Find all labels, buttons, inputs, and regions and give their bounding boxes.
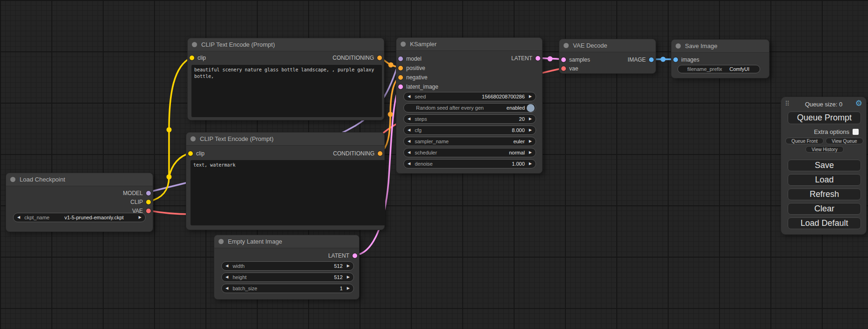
node-titlebar[interactable]: Save Image — [671, 40, 769, 53]
reroute-dot[interactable] — [167, 175, 172, 180]
port-label: positive — [406, 65, 425, 71]
port-label: clip — [196, 150, 205, 157]
width-widget[interactable]: ◀ width 512 ▶ — [221, 261, 354, 271]
toggle-circle-icon[interactable] — [527, 104, 535, 112]
right-arrow-icon[interactable]: ▶ — [529, 128, 532, 132]
right-arrow-icon[interactable]: ▶ — [529, 95, 532, 98]
port-dot-conditioning[interactable] — [398, 75, 403, 80]
queue-front-button[interactable]: Queue Front — [785, 138, 824, 144]
port-dot-model[interactable] — [398, 56, 403, 61]
denoise-widget[interactable]: ◀ denoise 1.000 ▶ — [403, 159, 536, 168]
collapse-dot-icon[interactable] — [219, 239, 224, 244]
port-dot-latent[interactable] — [353, 253, 357, 258]
prompt-textarea[interactable]: beautiful scenery nature glass bottle la… — [191, 65, 382, 117]
left-arrow-icon[interactable]: ◀ — [226, 287, 228, 290]
port-dot-vae[interactable] — [146, 209, 151, 213]
left-arrow-icon[interactable]: ◀ — [408, 140, 410, 143]
port-dot-clip[interactable] — [190, 56, 194, 60]
refresh-button[interactable]: Refresh — [788, 189, 861, 200]
cfg-widget[interactable]: ◀ cfg 8.000 ▶ — [403, 126, 536, 135]
collapse-dot-icon[interactable] — [676, 43, 681, 49]
reroute-dot[interactable] — [548, 56, 553, 62]
node-ksampler[interactable]: KSampler model positive negative latent_… — [396, 37, 543, 174]
node-titlebar[interactable]: CLIP Text Encode (Prompt) — [188, 38, 384, 51]
right-arrow-icon[interactable]: ▶ — [347, 264, 350, 268]
collapse-dot-icon[interactable] — [191, 136, 196, 141]
reroute-dot[interactable] — [661, 57, 666, 62]
view-history-button[interactable]: View History — [805, 146, 844, 153]
port-dot-latent[interactable] — [398, 84, 403, 89]
left-arrow-icon[interactable]: ◀ — [408, 151, 410, 154]
port-dot-clip[interactable] — [188, 151, 193, 156]
widget-label: batch_size — [233, 286, 257, 291]
left-arrow-icon[interactable]: ◀ — [408, 95, 410, 98]
right-arrow-icon[interactable]: ▶ — [347, 287, 350, 290]
left-arrow-icon[interactable]: ◀ — [408, 128, 410, 132]
random-seed-widget[interactable]: Random seed after every gen enabled — [403, 103, 536, 112]
node-titlebar[interactable]: Load Checkpoint — [6, 173, 153, 186]
node-titlebar[interactable]: KSampler — [396, 38, 542, 51]
node-graph-canvas[interactable]: Load Checkpoint MODEL CLIP VAE ◀ ckpt_na… — [0, 0, 868, 329]
input-clip: clip — [190, 54, 206, 62]
port-dot-conditioning[interactable] — [378, 151, 382, 156]
reroute-dot[interactable] — [388, 63, 394, 68]
collapse-dot-icon[interactable] — [564, 43, 569, 48]
port-label: MODEL — [123, 190, 143, 196]
reroute-dot[interactable] — [167, 127, 172, 133]
collapse-dot-icon[interactable] — [192, 42, 197, 47]
right-arrow-icon[interactable]: ▶ — [529, 140, 532, 143]
widget-value: euler — [513, 139, 524, 144]
view-queue-button[interactable]: View Queue — [826, 138, 863, 144]
left-arrow-icon[interactable]: ◀ — [226, 264, 228, 268]
save-button[interactable]: Save — [788, 160, 861, 171]
node-titlebar[interactable]: Empty Latent Image — [214, 235, 359, 248]
collapse-dot-icon[interactable] — [401, 42, 406, 47]
right-arrow-icon[interactable]: ▶ — [529, 162, 532, 166]
port-dot-latent[interactable] — [536, 56, 540, 61]
seed-widget[interactable]: ◀ seed 156680208700286 ▶ — [403, 92, 536, 101]
batch-size-widget[interactable]: ◀ batch_size 1 ▶ — [221, 284, 354, 293]
collapse-dot-icon[interactable] — [10, 177, 15, 182]
right-arrow-icon[interactable]: ▶ — [347, 275, 350, 279]
left-arrow-icon[interactable]: ◀ — [17, 216, 20, 219]
height-widget[interactable]: ◀ height 512 ▶ — [221, 273, 354, 282]
node-save-image[interactable]: Save Image images filename_prefix ComfyU… — [671, 39, 769, 78]
port-dot-vae[interactable] — [561, 66, 566, 71]
right-arrow-icon[interactable]: ▶ — [529, 151, 532, 154]
left-arrow-icon[interactable]: ◀ — [226, 275, 228, 279]
load-default-button[interactable]: Load Default — [788, 217, 861, 229]
load-button[interactable]: Load — [788, 174, 861, 186]
port-dot-image[interactable] — [673, 57, 678, 62]
prompt-textarea[interactable]: text, watermark — [191, 160, 385, 225]
port-dot-image[interactable] — [649, 57, 654, 62]
node-titlebar[interactable]: CLIP Text Encode (Prompt) — [186, 133, 384, 146]
queue-prompt-button[interactable]: Queue Prompt — [788, 112, 861, 124]
node-load-checkpoint[interactable]: Load Checkpoint MODEL CLIP VAE ◀ ckpt_na… — [6, 173, 153, 232]
widget-label: sampler_name — [415, 139, 449, 144]
left-arrow-icon[interactable]: ◀ — [408, 117, 410, 121]
sampler-name-widget[interactable]: ◀ sampler_name euler ▶ — [403, 137, 536, 146]
queue-panel[interactable]: ⠿ Queue size: 0 ⚙ Queue Prompt Extra opt… — [781, 97, 867, 235]
clear-button[interactable]: Clear — [788, 203, 861, 215]
port-dot-model[interactable] — [146, 191, 151, 196]
right-arrow-icon[interactable]: ▶ — [529, 117, 532, 121]
node-clip-text-encode-negative[interactable]: CLIP Text Encode (Prompt) clip CONDITION… — [186, 132, 385, 230]
reroute-dot[interactable] — [388, 112, 393, 117]
node-clip-text-encode-positive[interactable]: CLIP Text Encode (Prompt) clip CONDITION… — [187, 38, 384, 120]
node-titlebar[interactable]: VAE Decode — [559, 39, 656, 52]
steps-widget[interactable]: ◀ steps 20 ▶ — [403, 114, 536, 124]
port-dot-latent[interactable] — [561, 57, 566, 62]
scheduler-widget[interactable]: ◀ scheduler normal ▶ — [403, 148, 536, 157]
filename-prefix-widget[interactable]: filename_prefix ComfyUI — [677, 65, 760, 73]
node-vae-decode[interactable]: VAE Decode samples vae IMAGE — [559, 39, 656, 74]
widget-label: Random seed after every gen — [416, 105, 484, 111]
gear-icon[interactable]: ⚙ — [855, 98, 862, 108]
left-arrow-icon[interactable]: ◀ — [408, 162, 410, 166]
right-arrow-icon[interactable]: ▶ — [139, 216, 141, 219]
ckpt-name-widget[interactable]: ◀ ckpt_name v1-5-pruned-emaonly.ckpt ▶ — [13, 213, 146, 222]
port-dot-conditioning[interactable] — [398, 66, 403, 70]
extra-options-checkbox[interactable] — [853, 129, 859, 135]
node-empty-latent-image[interactable]: Empty Latent Image LATENT ◀ width 512 ▶ … — [214, 235, 360, 300]
port-dot-clip[interactable] — [146, 200, 151, 204]
port-dot-conditioning[interactable] — [377, 56, 382, 60]
